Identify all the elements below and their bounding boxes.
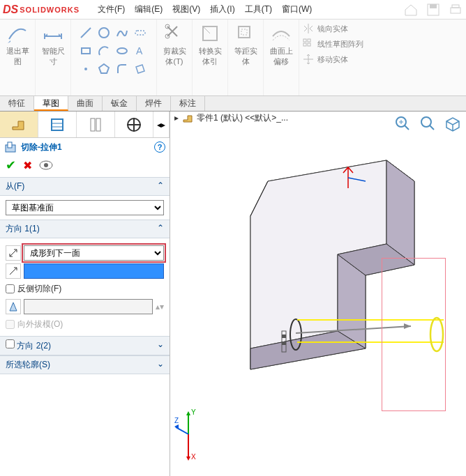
trim-button[interactable]: 剪裁实体(T) xyxy=(161,22,188,67)
svg-point-10 xyxy=(84,68,87,70)
feature-tree-tab[interactable] xyxy=(0,112,38,137)
svg-rect-17 xyxy=(308,39,310,42)
direction1-section-header[interactable]: 方向 1(1)⌃ xyxy=(0,220,170,238)
tab-features[interactable]: 特征 xyxy=(0,96,34,111)
save-icon[interactable] xyxy=(426,2,441,17)
dimxpert-tab[interactable] xyxy=(115,112,153,137)
property-manager: ◂▸ 切除-拉伸1 ? ✔ ✖ 从(F)⌃ 草图基准面 方向 1(1)⌃ xyxy=(0,112,170,476)
direction2-section-header[interactable]: 方向 2(2) ⌄ xyxy=(0,336,170,355)
offset-button[interactable]: 等距实体 xyxy=(232,22,259,67)
svg-rect-19 xyxy=(308,43,310,46)
preview-icon[interactable] xyxy=(39,160,53,170)
svg-point-8 xyxy=(117,48,127,54)
svg-line-33 xyxy=(405,125,409,130)
mirror-button[interactable]: 镜向实体 xyxy=(302,22,363,35)
svg-rect-1 xyxy=(430,4,437,8)
draft-angle-field xyxy=(24,299,153,314)
svg-rect-6 xyxy=(135,31,145,35)
app-logo: DS SOLIDWORKS xyxy=(3,3,80,16)
svg-text:Y: Y xyxy=(191,408,196,416)
panel-more-tab[interactable]: ◂▸ xyxy=(153,112,170,137)
svg-rect-20 xyxy=(52,119,63,130)
svg-rect-2 xyxy=(451,8,460,13)
collapse-icon: ⌃ xyxy=(157,223,164,235)
circle-tool-icon[interactable] xyxy=(96,25,112,40)
tab-surface[interactable]: 曲面 xyxy=(68,96,103,111)
contours-section-header[interactable]: 所选轮廓(S)⌄ xyxy=(0,355,170,374)
tab-weldment[interactable]: 焊件 xyxy=(137,96,171,111)
zoom-fit-icon[interactable] xyxy=(393,114,412,132)
help-icon[interactable]: ? xyxy=(154,141,165,153)
menu-file[interactable]: 文件(F) xyxy=(95,2,128,17)
plane-tool-icon[interactable] xyxy=(133,61,148,77)
menu-edit[interactable]: 编辑(E) xyxy=(132,2,165,17)
svg-point-31 xyxy=(44,163,48,167)
command-tabs: 特征 草图 曲面 钣金 焊件 标注 xyxy=(0,96,466,112)
direction-vector-icon[interactable] xyxy=(6,263,21,279)
view-orient-icon[interactable] xyxy=(444,114,462,132)
svg-marker-57 xyxy=(186,456,190,461)
flyout-tree[interactable]: ▸ 零件1 (默认) <<默认>_... xyxy=(174,112,288,124)
pattern-button[interactable]: 线性草图阵列 xyxy=(302,38,363,50)
end-condition-dropdown[interactable]: 成形到下一面 xyxy=(24,245,164,261)
polygon-tool-icon[interactable] xyxy=(96,61,112,77)
svg-rect-7 xyxy=(82,48,90,54)
logo-text: SOLIDWORKS xyxy=(20,6,80,14)
svg-line-35 xyxy=(430,125,434,130)
menu-tools[interactable]: 工具(T) xyxy=(242,2,275,17)
menu-window[interactable]: 窗口(W) xyxy=(279,2,315,17)
from-section-header[interactable]: 从(F)⌃ xyxy=(0,177,170,196)
draft-outward-label: 向外拔模(O) xyxy=(17,318,63,330)
menu-insert[interactable]: 插入(I) xyxy=(207,2,237,17)
svg-rect-3 xyxy=(452,5,459,8)
svg-text:Z: Z xyxy=(174,417,179,424)
rect-tool-icon[interactable] xyxy=(78,43,93,59)
draft-icon[interactable] xyxy=(6,299,21,314)
text-tool-icon[interactable]: A xyxy=(133,43,148,59)
home-icon[interactable] xyxy=(403,2,419,17)
direction-field[interactable] xyxy=(24,263,164,279)
svg-marker-63 xyxy=(174,424,179,429)
convert-button[interactable]: 转换实体引 xyxy=(197,22,223,67)
cancel-button[interactable]: ✖ xyxy=(23,159,32,172)
surface-offset-button[interactable]: 曲面上偏移 xyxy=(268,22,294,67)
ok-button[interactable]: ✔ xyxy=(6,158,16,173)
move-button[interactable]: 移动实体 xyxy=(302,53,363,66)
graphics-viewport[interactable]: ▸ 零件1 (默认) <<默认>_... xyxy=(170,112,466,476)
from-dropdown[interactable]: 草图基准面 xyxy=(6,200,164,215)
expand-icon: ⌄ xyxy=(157,359,164,371)
svg-text:A: A xyxy=(136,45,143,56)
flip-cut-checkbox[interactable] xyxy=(6,284,15,293)
svg-marker-60 xyxy=(186,411,190,415)
config-tab[interactable] xyxy=(77,112,115,137)
annotation-highlight-right xyxy=(382,258,446,411)
zoom-area-icon[interactable] xyxy=(419,114,437,132)
arc-tool-icon[interactable] xyxy=(96,43,112,59)
smart-dimension-button[interactable]: 智能尺寸 xyxy=(40,22,66,67)
svg-line-4 xyxy=(81,28,91,38)
slot-tool-icon[interactable] xyxy=(133,25,148,40)
expand-arrow-icon[interactable]: ▸ xyxy=(174,113,179,123)
svg-rect-23 xyxy=(91,118,95,131)
svg-rect-15 xyxy=(241,29,247,35)
property-tab[interactable] xyxy=(38,112,77,137)
reverse-direction-icon[interactable] xyxy=(6,245,21,261)
point-tool-icon[interactable] xyxy=(78,61,93,77)
fillet-tool-icon[interactable] xyxy=(114,61,130,77)
document-name: 零件1 (默认) <<默认>_... xyxy=(197,112,288,124)
menu-view[interactable]: 视图(V) xyxy=(170,2,203,17)
line-tool-icon[interactable] xyxy=(78,25,93,40)
svg-rect-29 xyxy=(8,142,12,148)
main-menu: 文件(F) 编辑(E) 视图(V) 插入(I) 工具(T) 窗口(W) xyxy=(95,2,315,17)
svg-rect-18 xyxy=(303,43,306,46)
ellipse-tool-icon[interactable] xyxy=(114,43,130,59)
spline-tool-icon[interactable] xyxy=(114,25,130,40)
print-icon[interactable] xyxy=(448,2,463,17)
tab-sketch[interactable]: 草图 xyxy=(34,96,68,111)
tab-sheetmetal[interactable]: 钣金 xyxy=(103,96,137,111)
direction2-checkbox[interactable] xyxy=(6,339,15,348)
feature-name: 切除-拉伸1 xyxy=(21,141,62,153)
tab-annotate[interactable]: 标注 xyxy=(171,96,205,111)
exit-sketch-button[interactable]: 退出草图 xyxy=(4,22,31,67)
svg-text:X: X xyxy=(191,453,196,461)
